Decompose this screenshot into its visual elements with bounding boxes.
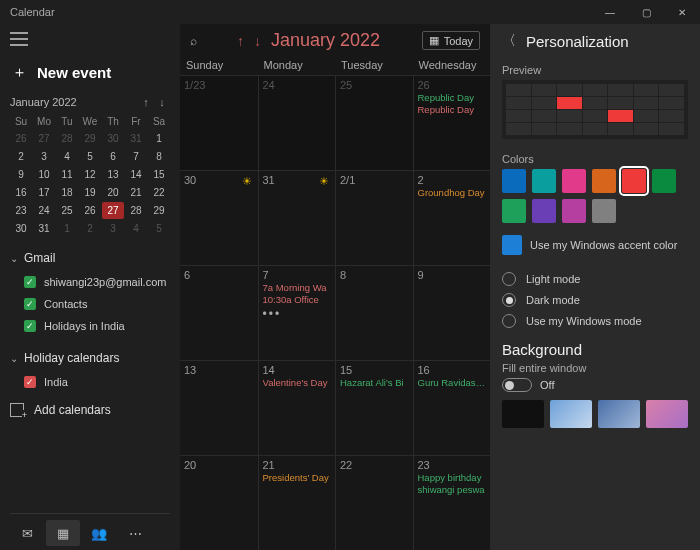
- day-cell[interactable]: 24: [258, 76, 336, 170]
- more-tab[interactable]: ⋯: [118, 520, 152, 546]
- event-item[interactable]: Presidents' Day: [263, 472, 332, 483]
- day-cell[interactable]: 1/23: [180, 76, 258, 170]
- mini-day[interactable]: 19: [79, 184, 101, 201]
- mini-day[interactable]: 6: [102, 148, 124, 165]
- day-cell[interactable]: 16Guru Ravidas Ja: [413, 361, 491, 455]
- calendar-checkbox-row[interactable]: ✓Holidays in India: [10, 315, 170, 337]
- mini-day[interactable]: 1: [56, 220, 78, 237]
- event-item[interactable]: Happy birthday: [418, 472, 487, 483]
- day-cell[interactable]: 15Hazarat Ali's Bi: [335, 361, 413, 455]
- mini-day[interactable]: 30: [102, 130, 124, 147]
- event-item[interactable]: shiwangi peswa: [418, 484, 487, 495]
- mini-day[interactable]: 29: [148, 202, 170, 219]
- color-swatch[interactable]: [562, 199, 586, 223]
- mini-day[interactable]: 31: [33, 220, 55, 237]
- mini-day[interactable]: 17: [33, 184, 55, 201]
- mini-day[interactable]: 24: [33, 202, 55, 219]
- event-item[interactable]: 7a Morning Wa: [263, 282, 332, 293]
- background-thumb[interactable]: [598, 400, 640, 428]
- close-button[interactable]: ✕: [664, 0, 700, 24]
- color-swatch[interactable]: [532, 199, 556, 223]
- mode-radio[interactable]: Dark mode: [502, 293, 688, 307]
- more-events-icon[interactable]: •••: [263, 307, 332, 321]
- mini-day[interactable]: 27: [102, 202, 124, 219]
- maximize-button[interactable]: ▢: [628, 0, 664, 24]
- event-item[interactable]: Groundhog Day: [418, 187, 487, 198]
- day-cell[interactable]: 9: [413, 266, 491, 360]
- color-swatch[interactable]: [652, 169, 676, 193]
- mini-day[interactable]: 3: [102, 220, 124, 237]
- mini-day[interactable]: 22: [148, 184, 170, 201]
- people-tab[interactable]: 👥: [82, 520, 116, 546]
- day-cell[interactable]: 77a Morning Wa10:30a Office•••: [258, 266, 336, 360]
- mini-day[interactable]: 13: [102, 166, 124, 183]
- color-swatch[interactable]: [592, 169, 616, 193]
- mini-day[interactable]: 5: [79, 148, 101, 165]
- calendar-tab[interactable]: ▦: [46, 520, 80, 546]
- mini-calendar[interactable]: SuMoTuWeThFrSa26272829303112345678910111…: [10, 114, 170, 237]
- next-month[interactable]: ↓: [254, 33, 261, 49]
- mini-day[interactable]: 16: [10, 184, 32, 201]
- mini-day[interactable]: 28: [125, 202, 147, 219]
- search-icon[interactable]: ⌕: [190, 34, 197, 48]
- add-calendars-button[interactable]: Add calendars: [10, 403, 170, 417]
- color-swatch[interactable]: [532, 169, 556, 193]
- mini-day[interactable]: 18: [56, 184, 78, 201]
- mini-day[interactable]: 27: [33, 130, 55, 147]
- mini-day[interactable]: 10: [33, 166, 55, 183]
- event-item[interactable]: Valentine's Day: [263, 377, 332, 388]
- minical-title[interactable]: January 2022: [10, 96, 77, 108]
- day-cell[interactable]: 13: [180, 361, 258, 455]
- mini-day[interactable]: 3: [33, 148, 55, 165]
- mini-day[interactable]: 4: [125, 220, 147, 237]
- color-swatch[interactable]: [502, 199, 526, 223]
- mini-day[interactable]: 29: [79, 130, 101, 147]
- mini-day[interactable]: 21: [125, 184, 147, 201]
- mini-day[interactable]: 4: [56, 148, 78, 165]
- day-cell[interactable]: 8: [335, 266, 413, 360]
- day-cell[interactable]: 20: [180, 456, 258, 550]
- background-thumb[interactable]: [502, 400, 544, 428]
- mail-tab[interactable]: ✉: [10, 520, 44, 546]
- mini-day[interactable]: 26: [10, 130, 32, 147]
- day-cell[interactable]: 31☀: [258, 171, 336, 265]
- event-item[interactable]: Republic Day: [418, 104, 487, 115]
- mode-radio[interactable]: Use my Windows mode: [502, 314, 688, 328]
- today-button[interactable]: ▦ Today: [422, 31, 480, 50]
- mini-day[interactable]: 28: [56, 130, 78, 147]
- day-cell[interactable]: 22: [335, 456, 413, 550]
- mini-day[interactable]: 20: [102, 184, 124, 201]
- mode-radio[interactable]: Light mode: [502, 272, 688, 286]
- mini-day[interactable]: 5: [148, 220, 170, 237]
- mini-day[interactable]: 7: [125, 148, 147, 165]
- new-event-button[interactable]: ＋ New event: [12, 63, 170, 82]
- fill-toggle[interactable]: [502, 378, 532, 392]
- mini-day[interactable]: 14: [125, 166, 147, 183]
- prev-month[interactable]: ↑: [237, 33, 244, 49]
- mini-day[interactable]: 25: [56, 202, 78, 219]
- calendar-checkbox-row[interactable]: ✓India: [10, 371, 170, 393]
- day-cell[interactable]: 6: [180, 266, 258, 360]
- event-item[interactable]: Hazarat Ali's Bi: [340, 377, 409, 388]
- event-item[interactable]: Republic Day: [418, 92, 487, 103]
- background-thumb[interactable]: [550, 400, 592, 428]
- mini-day[interactable]: 2: [79, 220, 101, 237]
- minimize-button[interactable]: —: [592, 0, 628, 24]
- mini-day[interactable]: 23: [10, 202, 32, 219]
- day-cell[interactable]: 14Valentine's Day: [258, 361, 336, 455]
- background-thumb[interactable]: [646, 400, 688, 428]
- color-swatch[interactable]: [592, 199, 616, 223]
- mini-day[interactable]: 1: [148, 130, 170, 147]
- account-header[interactable]: ⌄Gmail: [10, 251, 170, 265]
- color-swatch[interactable]: [502, 169, 526, 193]
- color-swatch[interactable]: [622, 169, 646, 193]
- color-swatch[interactable]: [562, 169, 586, 193]
- day-cell[interactable]: 26Republic DayRepublic Day: [413, 76, 491, 170]
- mini-day[interactable]: 31: [125, 130, 147, 147]
- event-item[interactable]: Guru Ravidas Ja: [418, 377, 487, 388]
- mini-day[interactable]: 2: [10, 148, 32, 165]
- back-icon[interactable]: 〈: [502, 32, 516, 50]
- mini-day[interactable]: 26: [79, 202, 101, 219]
- calendar-checkbox-row[interactable]: ✓Contacts: [10, 293, 170, 315]
- day-cell[interactable]: 21Presidents' Day: [258, 456, 336, 550]
